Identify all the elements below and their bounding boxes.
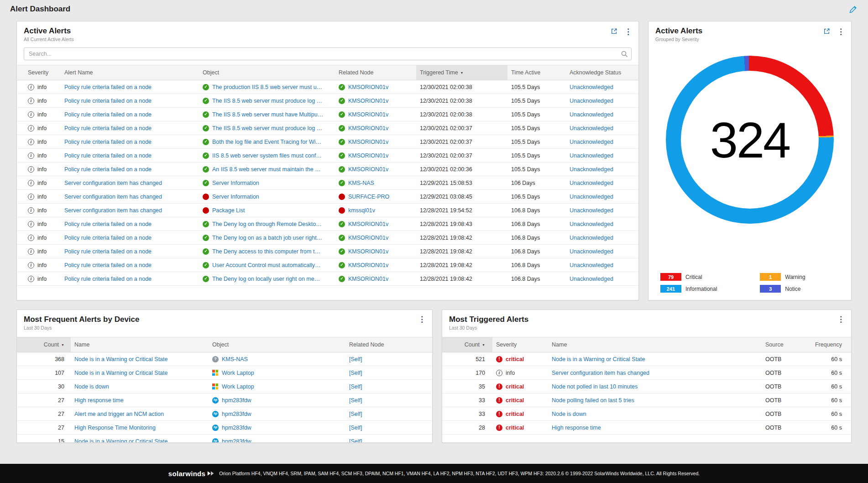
alert-name-link[interactable]: Policy rule criteria failed on a node (64, 166, 152, 173)
alert-name-link[interactable]: Policy rule criteria failed on a node (64, 152, 152, 159)
related-node-link[interactable]: KMSORION01v (348, 125, 388, 131)
alert-name-link[interactable]: Policy rule criteria failed on a node (64, 98, 152, 104)
object-link[interactable]: hpm283fdw (222, 411, 251, 417)
column-header-count[interactable]: Count (442, 337, 492, 352)
alert-name-link[interactable]: Policy rule criteria failed on a node (64, 84, 152, 90)
column-header-acknowledge-status[interactable]: Acknowledge Status (566, 65, 638, 80)
related-node-link[interactable]: KMS-NAS (348, 180, 374, 186)
alert-name-link[interactable]: Server configuration item has changed (64, 180, 162, 186)
acknowledge-link[interactable]: Unacknowledged (570, 235, 613, 241)
alert-name-link[interactable]: Node is down (74, 383, 109, 390)
object-link[interactable]: hpm283fdw (222, 438, 251, 443)
related-node-link[interactable]: KMSORION01v (348, 98, 388, 104)
column-header-alert-name[interactable]: Alert Name (61, 65, 199, 80)
acknowledge-link[interactable]: Unacknowledged (570, 207, 613, 214)
related-node-link[interactable]: KMSORION01v (348, 152, 388, 159)
object-link[interactable]: The Deny log on locally user right on me… (212, 276, 320, 282)
object-link[interactable]: Both the log file and Event Tracing for … (212, 139, 321, 145)
export-icon[interactable] (611, 28, 617, 36)
object-link[interactable]: Work Laptop (222, 370, 254, 376)
object-link[interactable]: User Account Control must automatically… (212, 262, 321, 268)
column-header-triggered-time[interactable]: Triggered Time (416, 65, 507, 80)
edit-dashboard-icon[interactable] (849, 5, 857, 13)
column-header-related-node[interactable]: Related Node (335, 65, 416, 80)
acknowledge-link[interactable]: Unacknowledged (570, 276, 613, 282)
alert-name-link[interactable]: Node is in a Warning or Critical State (74, 370, 167, 376)
alert-name-link[interactable]: Policy rule criteria failed on a node (64, 276, 152, 282)
related-node-link[interactable]: KMSORION01v (348, 139, 388, 145)
acknowledge-link[interactable]: Unacknowledged (570, 166, 613, 173)
column-header-object[interactable]: Object (209, 337, 345, 352)
column-header-severity[interactable]: Severity (17, 65, 61, 80)
related-node-link[interactable]: KMSORION01v (348, 262, 388, 268)
kebab-menu-icon[interactable]: ⋮ (624, 29, 632, 35)
kebab-menu-icon[interactable]: ⋮ (418, 316, 426, 323)
kebab-menu-icon[interactable]: ⋮ (837, 29, 845, 35)
alert-name-link[interactable]: Alert me and trigger an NCM action (74, 411, 164, 417)
alert-name-link[interactable]: High response time (552, 425, 601, 431)
alert-name-link[interactable]: Policy rule criteria failed on a node (64, 139, 152, 145)
related-node-link[interactable]: KMSORION01v (348, 84, 388, 90)
related-node-link[interactable]: KMSORION01v (348, 111, 388, 118)
acknowledge-link[interactable]: Unacknowledged (570, 262, 613, 268)
kebab-menu-icon[interactable]: ⋮ (837, 316, 845, 323)
column-header-time-active[interactable]: Time Active (507, 65, 566, 80)
column-header-source[interactable]: Source (762, 337, 807, 352)
acknowledge-link[interactable]: Unacknowledged (570, 248, 613, 255)
column-header-severity[interactable]: Severity (492, 337, 548, 352)
severity-donut-chart[interactable]: 324 (666, 56, 834, 224)
object-link[interactable]: The production IIS 8.5 web server must u… (212, 84, 322, 90)
related-node-link[interactable]: SURFACE-PRO (348, 194, 389, 200)
alert-name-link[interactable]: Policy rule criteria failed on a node (64, 248, 152, 255)
object-link[interactable]: IIS 8.5 web server system files must con… (212, 152, 322, 159)
object-link[interactable]: The Deny log on through Remote Deskto… (212, 221, 322, 227)
related-node-link[interactable]: KMSORION01v (348, 248, 388, 255)
alert-name-link[interactable]: Server configuration item has changed (552, 370, 649, 376)
acknowledge-link[interactable]: Unacknowledged (570, 84, 613, 90)
related-node-link[interactable]: KMSORION01v (348, 235, 388, 241)
acknowledge-link[interactable]: Unacknowledged (570, 180, 613, 186)
acknowledge-link[interactable]: Unacknowledged (570, 194, 613, 200)
related-node-link[interactable]: KMSORION01v (348, 221, 388, 227)
alert-name-link[interactable]: Node is in a Warning or Critical State (552, 356, 645, 362)
column-header-name[interactable]: Name (548, 337, 762, 352)
related-node-link[interactable]: [Self] (349, 356, 362, 362)
alert-name-link[interactable]: Node polling failed on last 5 tries (552, 397, 634, 404)
alert-name-link[interactable]: Node is down (552, 411, 586, 417)
related-node-link[interactable]: [Self] (349, 370, 362, 376)
alert-name-link[interactable]: Node not polled in last 10 minutes (552, 383, 638, 390)
acknowledge-link[interactable]: Unacknowledged (570, 139, 613, 145)
alert-name-link[interactable]: Server configuration item has changed (64, 207, 162, 214)
acknowledge-link[interactable]: Unacknowledged (570, 221, 613, 227)
alert-name-link[interactable]: Policy rule criteria failed on a node (64, 221, 152, 227)
object-link[interactable]: An IIS 8.5 web server must maintain the … (212, 166, 321, 173)
column-header-related-node[interactable]: Related Node (345, 337, 432, 352)
object-link[interactable]: The Deny log on as a batch job user righ… (212, 235, 322, 241)
alert-name-link[interactable]: Server configuration item has changed (64, 194, 162, 200)
alert-name-link[interactable]: Node is in a Warning or Critical State (74, 356, 167, 362)
related-node-link[interactable]: KMSORION01v (348, 276, 388, 282)
object-link[interactable]: Server Information (212, 194, 259, 200)
object-link[interactable]: The IIS 8.5 web server must have Multipu… (212, 111, 323, 118)
related-node-link[interactable]: [Self] (349, 397, 362, 404)
acknowledge-link[interactable]: Unacknowledged (570, 125, 613, 131)
alert-name-link[interactable]: Node is in a Warning or Critical State (74, 438, 167, 443)
related-node-link[interactable]: [Self] (349, 411, 362, 417)
object-link[interactable]: hpm283fdw (222, 425, 251, 431)
alert-name-link[interactable]: High response time (74, 397, 124, 404)
related-node-link[interactable]: [Self] (349, 383, 362, 390)
object-link[interactable]: Work Laptop (222, 383, 254, 390)
object-link[interactable]: hpm283fdw (222, 397, 251, 404)
search-icon[interactable] (621, 50, 628, 58)
export-icon[interactable] (823, 28, 830, 36)
alert-name-link[interactable]: Policy rule criteria failed on a node (64, 262, 152, 268)
related-node-link[interactable]: [Self] (349, 425, 362, 431)
acknowledge-link[interactable]: Unacknowledged (570, 152, 613, 159)
object-link[interactable]: Package List (212, 207, 245, 214)
search-input[interactable] (24, 47, 632, 60)
object-link[interactable]: Server Information (212, 180, 259, 186)
alert-name-link[interactable]: High Response Time Monitoring (74, 425, 156, 431)
object-link[interactable]: The IIS 8.5 web server must produce log … (212, 98, 322, 104)
column-header-name[interactable]: Name (71, 337, 209, 352)
alert-name-link[interactable]: Policy rule criteria failed on a node (64, 235, 152, 241)
